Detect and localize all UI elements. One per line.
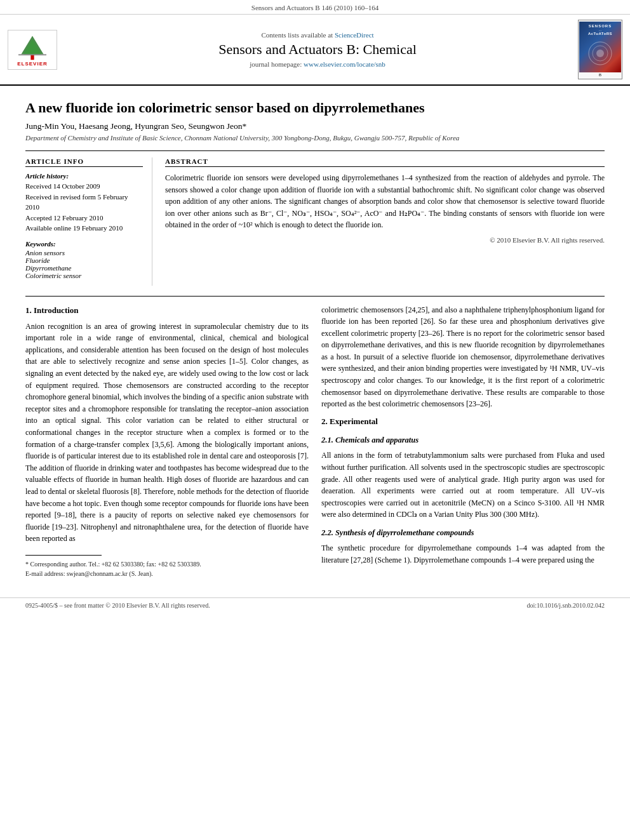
history-item-4: Available online 19 February 2010 xyxy=(25,223,143,234)
elsevier-logo: ELSEVIER xyxy=(8,30,57,70)
history-section: Article history: Received 14 October 200… xyxy=(25,172,143,234)
abstract-heading: ABSTRACT xyxy=(165,157,605,167)
science-direct-line: Contents lists available at ScienceDirec… xyxy=(64,31,572,39)
footnote-divider xyxy=(25,555,102,556)
column-left: 1. Introduction Anion recognition is an … xyxy=(25,304,309,578)
authors: Jung-Min You, Haesang Jeong, Hyungran Se… xyxy=(25,121,605,131)
keywords-list: Anion sensors Fluoride Dipyrromethane Co… xyxy=(25,249,143,279)
badge-decoration xyxy=(579,34,621,72)
section1-heading: 1. Introduction xyxy=(25,304,309,317)
article-title: A new fluoride ion colorimetric sensor b… xyxy=(25,100,605,116)
keywords-section: Keywords: Anion sensors Fluoride Dipyrro… xyxy=(25,240,143,279)
section2-sub1: 2.1. Chemicals and apparatus xyxy=(321,434,605,446)
journal-homepage: journal homepage: www.elsevier.com/locat… xyxy=(64,60,572,68)
bottom-bar: 0925-4005/$ – see front matter © 2010 El… xyxy=(0,597,630,613)
svg-rect-3 xyxy=(18,54,46,55)
keywords-label: Keywords: xyxy=(25,240,143,248)
elsevier-wordmark: ELSEVIER xyxy=(17,61,48,67)
main-text-section: 1. Introduction Anion recognition is an … xyxy=(25,296,605,578)
footnote-email: E-mail address: swjean@chonnam.ac.kr (S.… xyxy=(25,569,309,578)
bottom-left: 0925-4005/$ – see front matter © 2010 El… xyxy=(25,602,210,609)
journal-header: ELSEVIER Contents lists available at Sci… xyxy=(0,15,630,86)
history-content: Received 14 October 2009 Received in rev… xyxy=(25,181,143,234)
info-abstract-section: ARTICLE INFO Article history: Received 1… xyxy=(25,150,605,286)
section2-paragraph1: All anions in the form of tetrabutylammo… xyxy=(321,450,605,521)
section1-paragraph1: Anion recognition is an area of growing … xyxy=(25,321,309,545)
keyword-3: Dipyrromethane xyxy=(25,264,143,272)
science-direct-link[interactable]: ScienceDirect xyxy=(335,31,374,39)
journal-title: Sensors and Actuators B: Chemical xyxy=(64,41,572,58)
section2-paragraph2: The synthetic procedure for dipyrrolemet… xyxy=(321,542,605,566)
abstract-section: ABSTRACT Colorimetric fluoride ion senso… xyxy=(165,157,605,286)
section2-heading: 2. Experimental xyxy=(321,415,605,428)
journal-title-block: Contents lists available at ScienceDirec… xyxy=(64,31,572,68)
journal-ref: Sensors and Actuators B 146 (2010) 160–1… xyxy=(251,4,379,11)
history-item-1: Received 14 October 2009 xyxy=(25,181,143,192)
footnote-star: * Corresponding author. Tel.: +82 62 530… xyxy=(25,559,309,569)
history-label: Article history: xyxy=(25,172,143,180)
history-item-2: Received in revised form 5 February 2010 xyxy=(25,192,143,213)
sensors-badge: SENSORS ... AcTuAToRS B xyxy=(578,20,622,79)
history-item-3: Accepted 12 February 2010 xyxy=(25,213,143,223)
badge-label: B xyxy=(598,72,602,77)
homepage-link[interactable]: www.elsevier.com/locate/snb xyxy=(304,60,385,68)
bottom-doi: doi:10.1016/j.snb.2010.02.042 xyxy=(526,602,605,609)
keyword-1: Anion sensors xyxy=(25,249,143,257)
top-bar: Sensors and Actuators B 146 (2010) 160–1… xyxy=(0,0,630,15)
article-info: ARTICLE INFO Article history: Received 1… xyxy=(25,157,152,286)
article-info-heading: ARTICLE INFO xyxy=(25,157,143,167)
svg-point-6 xyxy=(596,50,604,57)
column-right: colorimetric chemosensors [24,25], and a… xyxy=(321,304,605,578)
affiliation: Department of Chemistry and Institute of… xyxy=(25,134,605,142)
keyword-4: Colorimetric sensor xyxy=(25,272,143,279)
section2-sub2: 2.2. Synthesis of dipyrrolemethane compo… xyxy=(321,527,605,539)
keyword-2: Fluoride xyxy=(25,257,143,264)
sensors-badge-image: SENSORS ... AcTuAToRS xyxy=(579,22,621,72)
article-body: A new fluoride ion colorimetric sensor b… xyxy=(0,86,630,591)
elsevier-tree-icon xyxy=(13,33,51,61)
section1-paragraph2: colorimetric chemosensors [24,25], and a… xyxy=(321,304,605,410)
abstract-text: Colorimetric fluoride ion sensors were d… xyxy=(165,172,605,231)
copyright: © 2010 Elsevier B.V. All rights reserved… xyxy=(165,236,605,244)
